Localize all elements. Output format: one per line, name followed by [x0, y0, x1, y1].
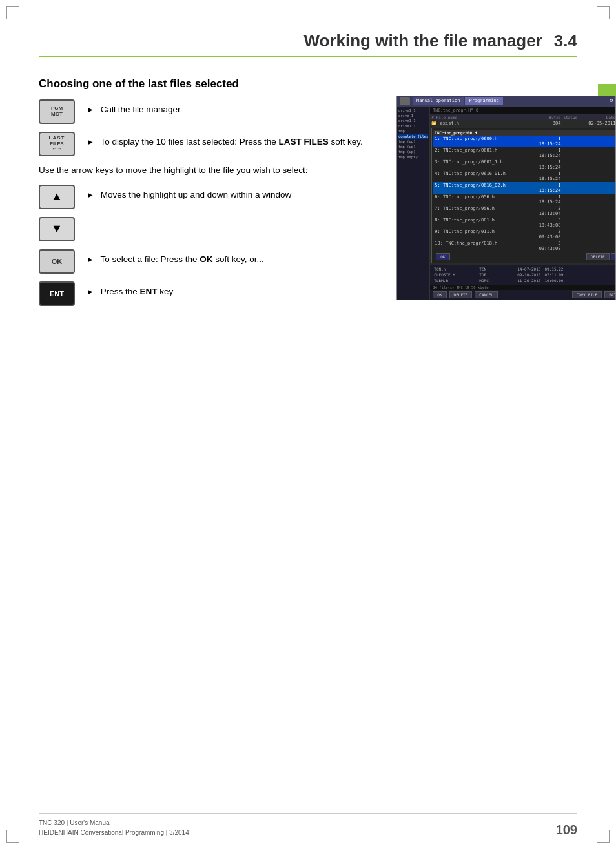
sidebar-item-8: tmp (up) [398, 149, 428, 154]
page-title: Working with the file manager [303, 31, 542, 51]
bottom-file-tlbm: TLBM.h HORC 11-26-2010 10:00.00 [433, 278, 616, 283]
action-path-focus[interactable]: PATH FOCUS [604, 291, 616, 298]
sidebar-item-6: tmp (up) [398, 139, 428, 144]
bottom-file-cleoste: CLEOSTE.H TDP 09-10-2010 07:11.09 [433, 272, 616, 278]
file-row-5: 6: TNC:tnc_progr/056.h 1 18:15:24 [433, 194, 616, 205]
last-files-bold: LAST FILES [279, 137, 329, 147]
file-row-4-selected: 5: TNC:tnc_progr/0616_02.h 1 18:15:24 [433, 182, 616, 194]
dialog-delete-btn[interactable]: DELETE [586, 253, 610, 260]
ent-label: ENT [50, 290, 64, 298]
sidebar-item-complete: complete files [398, 134, 428, 139]
arrow-up-label: ▲ [51, 190, 63, 203]
call-file-manager-text: Call the file manager [101, 105, 181, 114]
screen-column-headers: # File name Bytes Status Date Time [430, 114, 616, 120]
arrow-bullet-2: ► [87, 138, 94, 147]
bottom-file-tcn: TCN.h TCN 14-07-2010 09:15.22 [433, 266, 616, 272]
page-header: Working with the file manager 3.4 [39, 31, 577, 57]
footer-left: TNC 320 | User's Manual HEIDENHAIN Conve… [39, 818, 189, 837]
sidebar-item-7: tmp (up) [398, 144, 428, 149]
corner-mark-tr [597, 6, 610, 19]
file-row-3: 4: TNC:tnc_progr/0616_01.h 1 18:15:24 [433, 170, 616, 182]
screen-image: Manual operation Programming ⚙ drive1 1 … [396, 96, 616, 300]
screen-sidebar-layout: drive1 1 drive 1 drive1 1 drive1 1 tmp c… [397, 107, 615, 300]
sidebar-column: drive1 1 drive 1 drive1 1 drive1 1 tmp c… [397, 107, 430, 300]
dialog-header: TNC:tnc_progr/00.H [433, 130, 616, 136]
corner-mark-br [597, 830, 610, 843]
action-cancel[interactable]: CANCEL [475, 291, 498, 298]
dialog-buttons: OK DELETE CANCEL [433, 252, 616, 261]
ent-bold: ENT [139, 287, 157, 296]
pgm-mgt-key[interactable]: PGMMGT [39, 99, 75, 124]
arrow-bullet-4: ► [87, 255, 94, 264]
corner-mark-bl [6, 830, 19, 843]
corner-mark-tl [6, 6, 19, 19]
ok-key[interactable]: OK [39, 249, 75, 274]
last-files-arrows: ←→ [52, 147, 62, 152]
file-row-0: 1: TNC:tnc_progr/0600.h 1 18:15:24 [433, 136, 616, 147]
ok-label: OK [52, 258, 63, 265]
last-files-key[interactable]: LAST FILES ←→ [39, 132, 75, 156]
screen-path: TNC:tnc_progr.H" 0 [430, 107, 616, 114]
ok-bold: OK [200, 254, 212, 264]
screen-titlebar: Manual operation Programming ⚙ [397, 96, 615, 107]
arrow-bullet-1: ► [87, 105, 94, 114]
arrow-bullet-3: ► [87, 190, 94, 199]
tab-manual[interactable]: Manual operation [413, 97, 464, 105]
sidebar-item-3: drive1 1 [398, 118, 428, 123]
section-heading: Choosing one of the last files selected [39, 77, 558, 90]
file-row-2: 3: TNC:tnc_progr/0601_1.h 1 18:15:24 [433, 159, 616, 170]
bottom-action-bar: OK DELETE CANCEL COPY FILE PATH FOCUS [430, 290, 616, 300]
sidebar-item-5: tmp [398, 128, 428, 134]
footer-line2: HEIDENHAIN Conversational Programming | … [39, 828, 189, 837]
header-filename: # File name [431, 115, 535, 119]
action-copy-file[interactable]: COPY FILE [572, 291, 602, 298]
file-row-7: 8: TNC:tnc_progr/001.h 3 18:43:08 [433, 217, 616, 229]
page-footer: TNC 320 | User's Manual HEIDENHAIN Conve… [39, 813, 577, 837]
action-spacer [500, 291, 570, 298]
section-number: 3.4 [554, 31, 577, 51]
dialog-ok-btn[interactable]: OK [436, 253, 449, 260]
ent-key[interactable]: ENT [39, 281, 75, 306]
dialog-cancel-btn[interactable]: CANCEL [611, 253, 616, 260]
file-row-1: 2: TNC:tnc_progr/0601.h 1 18:15:24 [433, 147, 616, 159]
action-delete[interactable]: DELETE [449, 291, 473, 298]
sidebar-item-1: drive1 1 [398, 108, 428, 113]
screen-corner-icon: ⚙ [610, 97, 613, 105]
last-files-inner: LAST FILES ←→ [49, 136, 65, 152]
action-ok[interactable]: OK [433, 291, 446, 298]
arrow-down-label: ▼ [51, 223, 63, 236]
sidebar-item-4: drive1 1 [398, 123, 428, 128]
status-bar-text: 34 file(s) TNC:19 50 kbyte [433, 285, 488, 289]
tab-programming[interactable]: Programming [465, 97, 502, 105]
header-date: Date [580, 115, 615, 119]
file-row-8: 9: TNC:tnc_progr/011.h 3 09:43:08 [433, 229, 616, 240]
file-row-6: 7: TNC:tnc_progr/956.h 3 18:13:04 [433, 205, 616, 217]
header-bytes: Bytes [535, 115, 560, 119]
file-row-9: 10: TNC:tnc_progr/018.h 3 09:43:08 [433, 240, 616, 252]
arrow-down-key[interactable]: ▼ [39, 217, 75, 241]
sidebar-item-9: tmp empty [398, 154, 428, 159]
screen-icon [400, 97, 410, 105]
file-row-exist: 📂 exist.h 804 02-05-2011 18.13.04 [430, 120, 616, 127]
arrow-up-key[interactable]: ▲ [39, 185, 75, 209]
bottom-files-section: TCN.h TCN 14-07-2010 09:15.22 CLEOSTE.H … [430, 265, 616, 285]
pgm-mgt-label: PGMMGT [51, 106, 63, 118]
footer-line1: TNC 320 | User's Manual [39, 818, 189, 828]
arrow-bullet-5: ► [87, 287, 94, 296]
page-number: 109 [556, 823, 577, 837]
last-files-dialog: TNC:tnc_progr/00.H 1: TNC:tnc_progr/0600… [431, 128, 616, 263]
moves-highlight-text: Moves the highlight up and down within a… [101, 190, 292, 199]
main-file-listing: TNC:tnc_progr.H" 0 # File name Bytes Sta… [430, 107, 616, 300]
header-status: Status [560, 115, 580, 119]
screen-container: Manual operation Programming ⚙ drive1 1 … [396, 96, 616, 300]
status-bar: 34 file(s) TNC:19 50 kbyte [430, 285, 616, 290]
sidebar-item-2: drive 1 [398, 113, 428, 118]
